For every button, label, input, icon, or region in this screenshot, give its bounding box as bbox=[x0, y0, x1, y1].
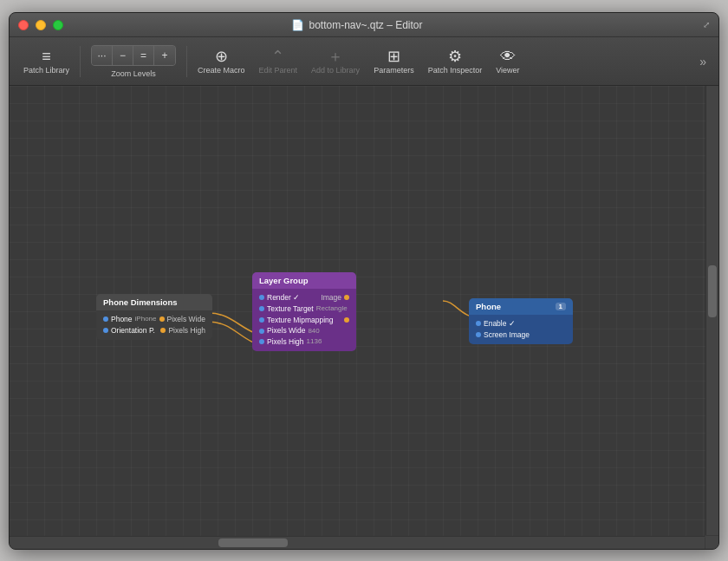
node-row: Pixels Wide 840 bbox=[259, 325, 349, 336]
zoom-dots-button[interactable]: ··· bbox=[92, 46, 113, 65]
node-row: Render ✓ Image bbox=[259, 292, 349, 303]
zoom-in-button[interactable]: + bbox=[154, 46, 175, 65]
main-window: 📄 bottom-nav~.qtz – Editor ⤢ ≡ Patch Lib… bbox=[9, 12, 719, 550]
titlebar: 📄 bottom-nav~.qtz – Editor ⤢ bbox=[10, 13, 718, 37]
expand-button[interactable]: ⤢ bbox=[703, 20, 710, 29]
input-dot bbox=[259, 295, 264, 300]
window-title: 📄 bottom-nav~.qtz – Editor bbox=[18, 19, 696, 31]
plus-circle-icon: ⊕ bbox=[215, 49, 228, 64]
gear-icon: ⚙ bbox=[448, 49, 462, 64]
output-dot bbox=[344, 295, 349, 300]
patch-library-button[interactable]: ≡ Patch Library bbox=[16, 45, 76, 78]
separator-1 bbox=[80, 46, 81, 77]
phone-dimensions-body: Phone iPhone Pixels Wide Orientation P. … bbox=[96, 310, 212, 340]
add-library-icon: ＋ bbox=[328, 49, 343, 64]
zoom-fit-button[interactable]: = bbox=[133, 46, 154, 65]
toolbar-overflow-button[interactable]: » bbox=[694, 51, 712, 72]
list-icon: ≡ bbox=[42, 49, 51, 64]
grid-icon: ⊞ bbox=[387, 49, 400, 64]
phone-dimensions-header: Phone Dimensions bbox=[96, 294, 212, 310]
output-dot bbox=[160, 328, 166, 333]
horizontal-scrollbar[interactable] bbox=[10, 536, 705, 549]
toolbar: ≡ Patch Library ··· − = + Zoom Levels ⊕ … bbox=[10, 37, 718, 86]
input-dot bbox=[259, 329, 264, 334]
node-row: Texture Target Rectangle bbox=[259, 303, 349, 315]
input-dot bbox=[476, 321, 481, 326]
canvas[interactable]: Phone Dimensions Phone iPhone Pixels Wid… bbox=[10, 86, 718, 549]
phone-header: Phone 1 bbox=[469, 298, 573, 315]
zoom-out-button[interactable]: − bbox=[113, 46, 133, 65]
node-row: Texture Mipmapping bbox=[259, 315, 349, 326]
input-dot bbox=[103, 328, 108, 333]
edit-parent-button[interactable]: ⌃ Edit Parent bbox=[252, 45, 305, 78]
create-macro-button[interactable]: ⊕ Create Macro bbox=[191, 45, 252, 78]
patch-inspector-button[interactable]: ⚙ Patch Inspector bbox=[421, 45, 490, 78]
node-row: Screen Image bbox=[476, 329, 566, 341]
phone-node[interactable]: Phone 1 Enable ✓ Screen Image bbox=[469, 298, 573, 344]
node-row: Enable ✓ bbox=[476, 318, 566, 329]
node-row: Phone iPhone Pixels Wide bbox=[103, 314, 205, 325]
input-dot bbox=[259, 339, 264, 344]
eye-icon: 👁 bbox=[500, 49, 516, 64]
layer-group-node[interactable]: Layer Group Render ✓ Image Texture Targe… bbox=[252, 272, 356, 351]
vertical-scrollbar-thumb[interactable] bbox=[708, 265, 717, 317]
horizontal-scrollbar-thumb[interactable] bbox=[218, 538, 288, 547]
output-dot bbox=[159, 316, 165, 322]
node-row: Orientation P. Pixels High bbox=[103, 325, 205, 336]
phone-dimensions-node[interactable]: Phone Dimensions Phone iPhone Pixels Wid… bbox=[96, 294, 212, 340]
vertical-scrollbar[interactable] bbox=[705, 86, 718, 535]
input-dot bbox=[103, 316, 108, 322]
up-chevron-icon: ⌃ bbox=[271, 49, 284, 64]
node-row: Pixels High 1136 bbox=[259, 336, 349, 348]
layer-group-body: Render ✓ Image Texture Target Rectangle … bbox=[252, 289, 356, 351]
input-dot bbox=[259, 306, 264, 311]
output-dot bbox=[344, 317, 349, 323]
separator-2 bbox=[186, 46, 187, 77]
zoom-controls-group: ··· − = + Zoom Levels bbox=[84, 42, 183, 82]
scrollbar-corner bbox=[705, 536, 718, 549]
file-icon: 📄 bbox=[291, 19, 304, 31]
input-dot bbox=[259, 317, 264, 323]
viewer-button[interactable]: 👁 Viewer bbox=[489, 45, 526, 78]
phone-body: Enable ✓ Screen Image bbox=[469, 315, 573, 344]
add-to-library-button[interactable]: ＋ Add to Library bbox=[304, 45, 367, 78]
parameters-button[interactable]: ⊞ Parameters bbox=[367, 45, 421, 78]
layer-group-header: Layer Group bbox=[252, 272, 356, 289]
zoom-controls[interactable]: ··· − = + bbox=[91, 45, 176, 66]
input-dot bbox=[476, 332, 481, 337]
